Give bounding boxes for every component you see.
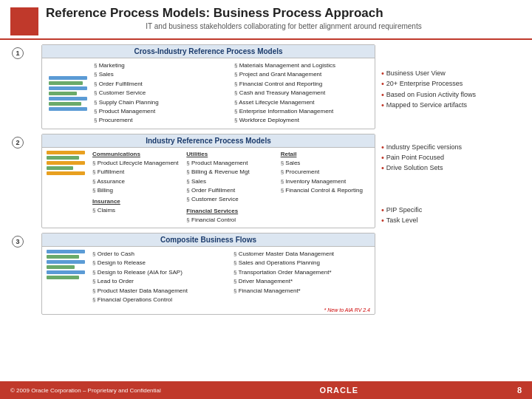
bullet-text: PIP Specific [386, 205, 422, 215]
bullet-text: Task Level [386, 215, 418, 225]
section-3-columns: Order to CashDesign to ReleaseDesign to … [92, 250, 370, 304]
bullet-dot: • [381, 152, 384, 163]
bullet-dot: • [381, 142, 384, 152]
section-2-diagram [47, 151, 89, 225]
right-bullet-item: •Task Level [381, 215, 522, 225]
right-bullet-item: •20+ Enterprise Processes [381, 78, 522, 89]
section-2-columns: Communications Product Lifecycle Managem… [92, 151, 370, 225]
section-1-box: Cross-Industry Reference Process Models [41, 44, 375, 129]
section-3-diagram [47, 250, 89, 304]
footer: © 2009 Oracle Corporation – Proprietary … [0, 381, 532, 399]
section-1-left-list: MarketingSalesOrder FulfillmentCustomer … [94, 61, 230, 126]
section-3-title: Composite Business Flows [42, 233, 375, 247]
section-2-box: Industry Reference Process Models [41, 134, 375, 228]
s2-col-utilities: Utilities Product ManagementBilling & Re… [186, 151, 276, 225]
section-1-num: 1 [12, 47, 24, 59]
s3-col-right: Customer Master Data ManagementSales and… [233, 250, 370, 304]
footer-copyright: © 2009 Oracle Corporation – Proprietary … [10, 387, 161, 394]
bullet-text: Based on Fusion Activity flows [386, 89, 476, 100]
header-text-block: Reference Process Models: Business Proce… [46, 6, 522, 30]
s2-col-communications: Communications Product Lifecycle Managem… [92, 151, 182, 225]
right-bullet-item: •Industry Specific versions [381, 142, 522, 152]
footer-brand: ORACLE [320, 386, 358, 395]
section-1-right-list: Materials Management and LogisticsProjec… [234, 61, 370, 126]
section-3-num: 3 [12, 236, 24, 248]
bullet-dot: • [381, 215, 384, 225]
bullet-dot: • [381, 68, 384, 78]
right-bullet-item: •Pain Point Focused [381, 152, 522, 163]
section-2-title: Industry Reference Process Models [42, 134, 375, 148]
right-section-3-bullets: •PIP Specific•Task Level [381, 205, 522, 226]
bullet-text: Business User View [386, 68, 446, 78]
header: Reference Process Models: Business Proce… [0, 0, 532, 40]
bullet-dot: • [381, 163, 384, 173]
right-section-2-bullets: •Industry Specific versions•Pain Point F… [381, 142, 522, 174]
bullet-text: Industry Specific versions [386, 142, 462, 152]
bullet-dot: • [381, 78, 384, 89]
right-bullet-item: •Mapped to Service artifacts [381, 100, 522, 110]
oracle-logo-box [10, 7, 38, 35]
bullet-dot: • [381, 205, 384, 215]
bullet-dot: • [381, 89, 384, 100]
bullet-text: Drive Solution Sets [386, 163, 443, 173]
section-3-box: Composite Business Flows [41, 233, 375, 315]
s3-col-left: Order to CashDesign to ReleaseDesign to … [92, 250, 229, 304]
bullet-text: Mapped to Service artifacts [386, 100, 467, 110]
bullet-text: 20+ Enterprise Processes [386, 78, 463, 89]
bullet-dot: • [381, 100, 384, 110]
section-2-num: 2 [12, 137, 24, 149]
right-bullets-col: •Business User View•20+ Enterprise Proce… [381, 44, 522, 315]
section-1-diagram [47, 61, 89, 126]
right-section-1-bullets: •Business User View•20+ Enterprise Proce… [381, 68, 522, 111]
s2-col-retail: Retail SalesProcurementInventory Managem… [281, 151, 370, 225]
footer-page: 8 [517, 386, 522, 395]
page-title: Reference Process Models: Business Proce… [46, 6, 522, 21]
bullet-text: Pain Point Focused [386, 152, 444, 163]
right-bullet-item: •Based on Fusion Activity flows [381, 89, 522, 100]
new-note: * New to AIA RV 2.4 [42, 307, 375, 314]
right-bullet-item: •Drive Solution Sets [381, 163, 522, 173]
right-bullet-item: •Business User View [381, 68, 522, 78]
page-subtitle: IT and business stakeholders collaborati… [46, 22, 522, 30]
right-bullet-item: •PIP Specific [381, 205, 522, 215]
section-1-title: Cross-Industry Reference Process Models [42, 45, 375, 58]
